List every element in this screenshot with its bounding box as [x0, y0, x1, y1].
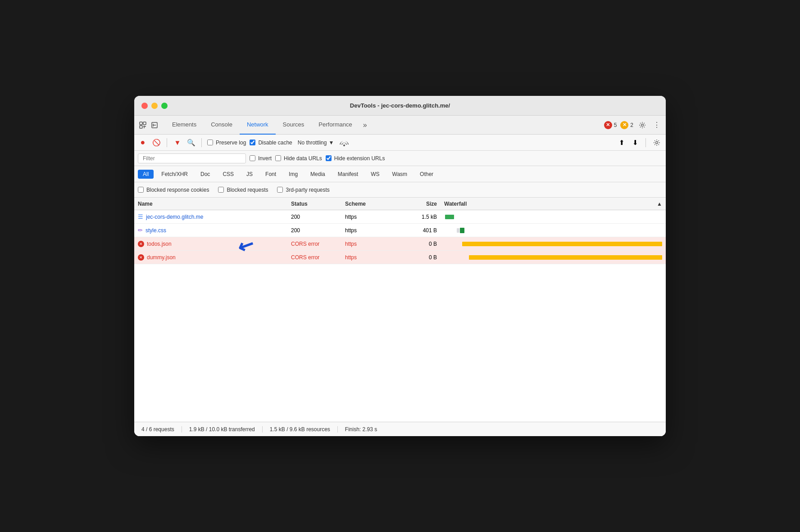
throttling-dropdown[interactable]: No throttling ▼	[296, 139, 336, 147]
warning-count: 2	[630, 122, 633, 128]
inspect-icon[interactable]	[150, 120, 159, 130]
blocked-cookies-label: Blocked response cookies	[146, 187, 209, 193]
cursor-icon[interactable]	[138, 120, 148, 130]
filter-fetch-xhr[interactable]: Fetch/XHR	[156, 170, 193, 179]
invert-input[interactable]	[250, 155, 255, 161]
table-header: Name Status Scheme Size Waterfall ▲	[134, 198, 666, 210]
preserve-log-checkbox[interactable]: Preserve log	[207, 140, 246, 146]
filter-all[interactable]: All	[138, 170, 154, 179]
blocked-cookies-input[interactable]	[138, 187, 144, 193]
row-size-1: 1.5 kB	[395, 214, 441, 220]
row-name-1: ☰ jec-cors-demo.glitch.me	[134, 213, 287, 220]
filter-wasm[interactable]: Wasm	[387, 170, 413, 179]
title-bar: DevTools - jec-cors-demo.glitch.me/	[134, 96, 666, 116]
record-button[interactable]: ●	[138, 138, 148, 148]
row-status-3: CORS error	[287, 241, 341, 247]
table-row[interactable]: ✏ style.css 200 https 401 B	[134, 224, 666, 237]
clear-button[interactable]: 🚫	[151, 138, 161, 148]
filter-doc[interactable]: Doc	[195, 170, 215, 179]
row-status-2: 200	[287, 227, 341, 234]
blocked-requests-checkbox[interactable]: Blocked requests	[218, 187, 268, 193]
row-scheme-2: https	[341, 227, 395, 234]
filter-media[interactable]: Media	[305, 170, 330, 179]
tab-performance[interactable]: Performance	[311, 116, 359, 135]
filter-input[interactable]	[138, 153, 246, 163]
network-table: Name Status Scheme Size Waterfall ▲ ☰ je…	[134, 198, 666, 422]
blocked-requests-label: Blocked requests	[227, 187, 268, 193]
filter-other[interactable]: Other	[415, 170, 438, 179]
wifi-icon[interactable]	[339, 138, 349, 148]
svg-point-5	[656, 141, 658, 144]
minimize-button[interactable]	[151, 103, 158, 109]
row-waterfall-1	[441, 210, 666, 223]
table-empty-space	[134, 264, 666, 422]
request-name-1: jec-cors-demo.glitch.me	[146, 214, 203, 220]
svg-rect-0	[140, 122, 142, 125]
throttling-label: No throttling	[298, 140, 327, 146]
error-icon-3: ✕	[138, 241, 144, 247]
finish-time: Finish: 2.93 s	[338, 426, 384, 433]
tab-network[interactable]: Network	[240, 116, 276, 135]
network-settings-icon[interactable]	[651, 137, 662, 148]
resource-filter-bar: All Fetch/XHR Doc CSS JS Font Img Media …	[134, 166, 666, 182]
tab-overflow-button[interactable]: »	[359, 121, 371, 129]
row-waterfall-3	[441, 237, 666, 250]
tab-elements[interactable]: Elements	[165, 116, 204, 135]
blocked-cookies-checkbox[interactable]: Blocked response cookies	[138, 187, 209, 193]
filter-css[interactable]: CSS	[218, 170, 239, 179]
filter-img[interactable]: Img	[284, 170, 303, 179]
table-row[interactable]: ✕ dummy.json CORS error https 0 B	[134, 251, 666, 264]
filter-font[interactable]: Font	[260, 170, 281, 179]
hide-extension-urls-checkbox[interactable]: Hide extension URLs	[326, 155, 385, 162]
row-name-2: ✏ style.css	[134, 227, 287, 234]
col-header-waterfall[interactable]: Waterfall ▲	[441, 201, 666, 207]
col-header-status[interactable]: Status	[287, 201, 341, 207]
preserve-log-input[interactable]	[207, 140, 213, 145]
devtools-window: DevTools - jec-cors-demo.glitch.me/	[134, 96, 666, 436]
waterfall-bar-3	[462, 242, 662, 246]
settings-icon[interactable]	[637, 120, 648, 131]
upload-icon[interactable]: ⬆	[617, 138, 627, 148]
doc-icon: ☰	[138, 213, 143, 220]
filter-js[interactable]: JS	[241, 170, 258, 179]
disable-cache-input[interactable]	[250, 140, 255, 145]
waterfall-label: Waterfall	[444, 201, 467, 207]
col-header-name[interactable]: Name	[134, 201, 287, 207]
waterfall-bar-2b	[460, 228, 464, 233]
warning-badge: ✕ 2	[620, 121, 633, 129]
download-icon[interactable]: ⬇	[630, 138, 640, 148]
preserve-log-label: Preserve log	[216, 140, 246, 146]
sort-arrow: ▲	[657, 201, 662, 207]
tab-console[interactable]: Console	[204, 116, 240, 135]
table-row[interactable]: ✕ todos.json CORS error https 0 B ↙	[134, 237, 666, 251]
more-options-icon[interactable]: ⋮	[651, 120, 662, 131]
resources-size: 1.5 kB / 9.6 kB resources	[263, 426, 338, 433]
tabs: Elements Console Network Sources Perform…	[165, 116, 604, 135]
maximize-button[interactable]	[161, 103, 168, 109]
col-header-scheme[interactable]: Scheme	[341, 201, 395, 207]
disable-cache-label: Disable cache	[258, 140, 292, 146]
third-party-input[interactable]	[277, 187, 283, 193]
invert-checkbox[interactable]: Invert	[250, 155, 272, 162]
request-name-3: todos.json	[147, 241, 172, 247]
separator-1	[167, 138, 167, 147]
hide-data-urls-checkbox[interactable]: Hide data URLs	[275, 155, 322, 162]
filter-manifest[interactable]: Manifest	[333, 170, 363, 179]
search-icon[interactable]: 🔍	[186, 138, 196, 148]
disable-cache-checkbox[interactable]: Disable cache	[250, 140, 292, 146]
hide-extension-urls-input[interactable]	[326, 155, 332, 161]
tab-bar: Elements Console Network Sources Perform…	[134, 116, 666, 135]
filter-icon[interactable]: ▼	[173, 138, 182, 148]
filter-ws[interactable]: WS	[366, 170, 384, 179]
table-row[interactable]: ☰ jec-cors-demo.glitch.me 200 https 1.5 …	[134, 210, 666, 224]
row-waterfall-4	[441, 251, 666, 264]
tab-sources[interactable]: Sources	[276, 116, 312, 135]
col-header-size[interactable]: Size	[395, 201, 441, 207]
tab-icons	[138, 120, 159, 130]
hide-data-urls-input[interactable]	[275, 155, 281, 161]
row-scheme-1: https	[341, 214, 395, 220]
waterfall-bar-4	[469, 255, 662, 260]
close-button[interactable]	[141, 103, 148, 109]
third-party-checkbox[interactable]: 3rd-party requests	[277, 187, 329, 193]
blocked-requests-input[interactable]	[218, 187, 224, 193]
